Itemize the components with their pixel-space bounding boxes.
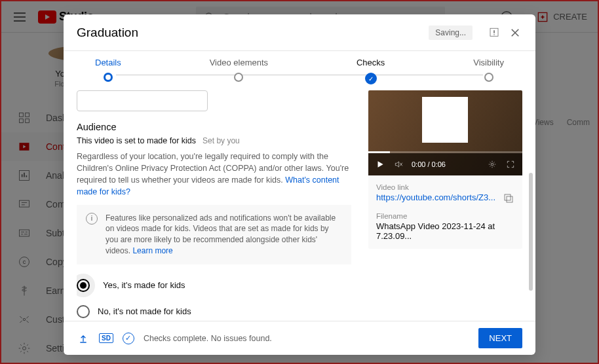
copy-icon[interactable] (503, 192, 514, 204)
audience-heading: Audience (77, 122, 351, 132)
next-button[interactable]: NEXT (478, 328, 522, 348)
video-link[interactable]: https://youtube.com/shorts/Z3... (376, 192, 495, 202)
info-icon: i (86, 213, 98, 225)
check-complete-icon: ✓ (123, 333, 134, 344)
video-link-label: Video link (376, 183, 514, 191)
close-icon[interactable] (508, 26, 522, 40)
learn-more-link[interactable]: Learn more (132, 246, 172, 255)
video-time: 0:00 / 0:06 (412, 160, 446, 168)
step-details[interactable]: Details (95, 58, 121, 82)
play-icon[interactable] (375, 159, 385, 170)
filename-label: Filename (376, 212, 514, 220)
radio-made-for-kids-no[interactable]: No, it's not made for kids (77, 305, 351, 318)
svg-rect-24 (505, 194, 511, 200)
radio-made-for-kids-yes[interactable]: Yes, it's made for kids (77, 274, 351, 297)
scrollbar[interactable] (529, 173, 533, 291)
footer-status: Checks complete. No issues found. (144, 334, 272, 343)
upload-icon[interactable] (77, 332, 90, 345)
stepper: Details Video elements Checks ✓ Visibili… (64, 51, 535, 88)
kids-set-by: Set by you (203, 136, 240, 145)
fullscreen-icon[interactable] (505, 159, 516, 170)
saving-indicator: Saving... (429, 26, 473, 40)
kids-status: This video is set to made for kids (77, 136, 196, 145)
kids-info-box: i Features like personalized ads and not… (77, 205, 351, 264)
svg-rect-23 (507, 196, 512, 202)
collapsed-field[interactable] (77, 90, 208, 111)
video-details-dialog: Graduation Saving... Details Video eleme… (64, 14, 535, 355)
sd-badge: SD (99, 333, 113, 343)
dialog-title: Graduation (77, 26, 429, 40)
svg-point-22 (491, 163, 493, 166)
feedback-icon[interactable] (487, 26, 501, 40)
video-preview-card: 0:00 / 0:06 Video link https://youtube.c… (368, 90, 522, 249)
step-checks[interactable]: Checks ✓ (357, 58, 385, 84)
filename-value: WhatsApp Video 2023-11-24 at 7.23.09... (376, 221, 514, 241)
svg-point-19 (493, 34, 495, 35)
settings-gear-icon[interactable] (487, 159, 497, 170)
volume-icon[interactable] (393, 159, 404, 170)
video-thumbnail[interactable]: 0:00 / 0:06 (368, 90, 522, 175)
coppa-description: Regardless of your location, you're lega… (77, 151, 351, 198)
step-video-elements[interactable]: Video elements (210, 58, 268, 82)
step-visibility[interactable]: Visibility (473, 58, 504, 82)
